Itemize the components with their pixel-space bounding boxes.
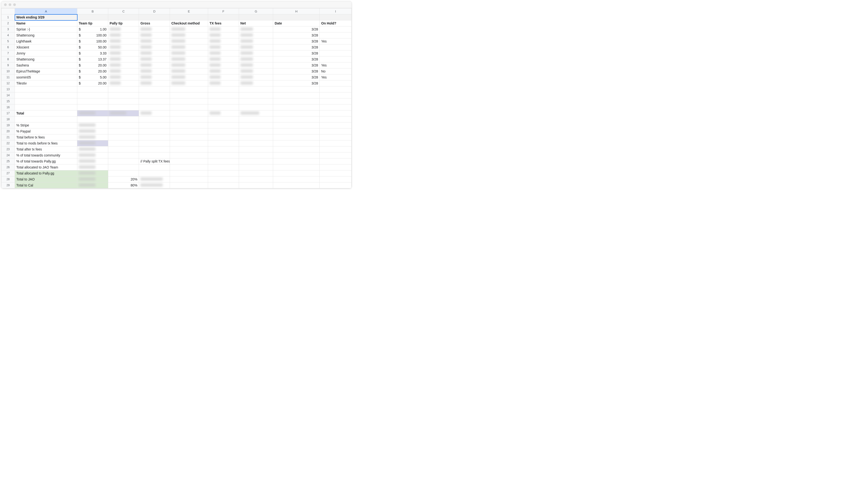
cell-B9[interactable]: $20.00 <box>77 62 108 69</box>
row-header-3[interactable]: 3 <box>1 26 15 32</box>
cell-I8[interactable] <box>320 56 352 62</box>
cell-G8[interactable] <box>239 56 273 62</box>
row-header-16[interactable]: 16 <box>1 104 15 110</box>
cell-G22[interactable] <box>239 141 273 146</box>
cell-D22[interactable] <box>139 141 170 146</box>
col-header-I[interactable]: I <box>320 8 352 14</box>
row-header-27[interactable]: 27 <box>1 170 15 176</box>
cell-B1[interactable] <box>77 14 108 20</box>
row-header-2[interactable]: 2 <box>1 20 15 26</box>
cell-D20[interactable] <box>139 128 170 134</box>
cell-A2[interactable]: Name <box>15 20 77 26</box>
cell-B24[interactable] <box>77 152 108 158</box>
cell-G9[interactable] <box>239 62 273 69</box>
cell-H27[interactable] <box>273 170 320 176</box>
cell-I29[interactable] <box>320 182 352 189</box>
cell-D12[interactable] <box>139 80 170 86</box>
cell-A29[interactable]: Total to Cal <box>15 182 77 189</box>
row-header-26[interactable]: 26 <box>1 164 15 170</box>
cell-E10[interactable] <box>170 69 208 74</box>
cell-B4[interactable]: $100.00 <box>77 32 108 38</box>
cell-E19[interactable] <box>170 122 208 128</box>
cell-H16[interactable] <box>273 104 320 110</box>
cell-C13[interactable] <box>108 86 139 93</box>
cell-A18[interactable] <box>15 117 77 122</box>
cell-H25[interactable] <box>273 158 320 164</box>
col-header-E[interactable]: E <box>170 8 208 14</box>
cell-E22[interactable] <box>170 141 208 146</box>
cell-A28[interactable]: Total to JAO <box>15 176 77 182</box>
cell-A9[interactable]: Sashera <box>15 62 77 69</box>
cell-B2[interactable]: Team tip <box>77 20 108 26</box>
cell-E13[interactable] <box>170 86 208 93</box>
cell-I7[interactable] <box>320 50 352 56</box>
cell-D28[interactable] <box>139 176 170 182</box>
cell-I9[interactable]: Yes <box>320 62 352 69</box>
window-control-min[interactable] <box>9 3 11 6</box>
cell-F26[interactable] <box>208 164 239 170</box>
cell-E24[interactable] <box>170 152 208 158</box>
col-header-D[interactable]: D <box>139 8 170 14</box>
cell-D1[interactable] <box>139 14 170 20</box>
cell-D25[interactable]: // Pally split TX fees with streamer <box>139 158 170 164</box>
cell-I1[interactable] <box>320 14 352 20</box>
cell-C25[interactable] <box>108 158 139 164</box>
cell-G18[interactable] <box>239 117 273 122</box>
cell-E14[interactable] <box>170 93 208 98</box>
cell-A12[interactable]: Tilestiv <box>15 80 77 86</box>
cell-G14[interactable] <box>239 93 273 98</box>
cell-C11[interactable] <box>108 74 139 80</box>
cell-E11[interactable] <box>170 74 208 80</box>
cell-H11[interactable]: 3/28 <box>273 74 320 80</box>
cell-B3[interactable]: $1.00 <box>77 26 108 32</box>
window-control-close[interactable] <box>4 3 7 6</box>
row-header-19[interactable]: 19 <box>1 122 15 128</box>
row-header-11[interactable]: 11 <box>1 74 15 80</box>
cell-F2[interactable]: TX fees <box>208 20 239 26</box>
cell-H10[interactable]: 3/28 <box>273 69 320 74</box>
cell-C3[interactable] <box>108 26 139 32</box>
cell-F3[interactable] <box>208 26 239 32</box>
cell-I24[interactable] <box>320 152 352 158</box>
cell-I18[interactable] <box>320 117 352 122</box>
cell-F4[interactable] <box>208 32 239 38</box>
cell-I16[interactable] <box>320 104 352 110</box>
cell-H14[interactable] <box>273 93 320 98</box>
cell-B27[interactable] <box>77 170 108 176</box>
cell-B29[interactable] <box>77 182 108 189</box>
row-header-7[interactable]: 7 <box>1 50 15 56</box>
cell-H2[interactable]: Date <box>273 20 320 26</box>
cell-H23[interactable] <box>273 146 320 152</box>
cell-E21[interactable] <box>170 134 208 141</box>
cell-B5[interactable]: $100.00 <box>77 38 108 45</box>
cell-E23[interactable] <box>170 146 208 152</box>
cell-G6[interactable] <box>239 45 273 50</box>
cell-G25[interactable] <box>239 158 273 164</box>
cell-D9[interactable] <box>139 62 170 69</box>
cell-B22[interactable] <box>77 141 108 146</box>
cell-E5[interactable] <box>170 38 208 45</box>
row-header-14[interactable]: 14 <box>1 93 15 98</box>
row-header-6[interactable]: 6 <box>1 45 15 50</box>
cell-C5[interactable] <box>108 38 139 45</box>
cell-B28[interactable] <box>77 176 108 182</box>
cell-H22[interactable] <box>273 141 320 146</box>
row-header-22[interactable]: 22 <box>1 141 15 146</box>
cell-E6[interactable] <box>170 45 208 50</box>
cell-F9[interactable] <box>208 62 239 69</box>
row-header-5[interactable]: 5 <box>1 38 15 45</box>
cell-D24[interactable] <box>139 152 170 158</box>
col-header-B[interactable]: B <box>77 8 108 14</box>
cell-C19[interactable] <box>108 122 139 128</box>
cell-I17[interactable] <box>320 110 352 117</box>
row-header-9[interactable]: 9 <box>1 62 15 69</box>
cell-C15[interactable] <box>108 98 139 104</box>
cell-B15[interactable] <box>77 98 108 104</box>
row-header-17[interactable]: 17 <box>1 110 15 117</box>
select-all-corner[interactable] <box>1 8 15 14</box>
cell-C12[interactable] <box>108 80 139 86</box>
cell-G7[interactable] <box>239 50 273 56</box>
cell-G12[interactable] <box>239 80 273 86</box>
cell-H7[interactable]: 3/28 <box>273 50 320 56</box>
cell-A26[interactable]: Total allocated to JAO Team <box>15 164 77 170</box>
